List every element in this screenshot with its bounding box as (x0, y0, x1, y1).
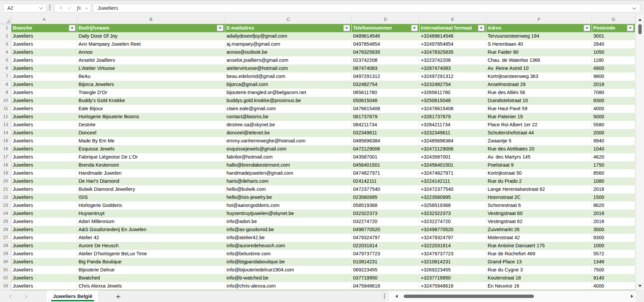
filter-button[interactable] (343, 25, 350, 31)
cell[interactable]: Rue des Atrébates 20 (486, 145, 592, 153)
cell[interactable]: Juweliers (11, 202, 77, 210)
row-number-6[interactable]: 6 (0, 64, 11, 73)
row-number-19[interactable]: 19 (0, 169, 11, 177)
cell[interactable]: Juweliers (11, 177, 77, 185)
scroll-right-icon[interactable] (631, 295, 633, 298)
cell[interactable]: Daily Dose Of Joy (77, 32, 225, 40)
cell[interactable]: 0489614546 (352, 32, 419, 40)
cell[interactable]: Fabrique Liégeoise De L’Or (77, 153, 225, 161)
cell[interactable]: +32479737723 (419, 250, 486, 258)
formula-input[interactable]: Juweliers (93, 4, 640, 12)
cell[interactable]: 7500 (592, 266, 635, 274)
cell[interactable]: Schuttershofstraat 44 (486, 129, 592, 137)
row-number-15[interactable]: 15 (0, 137, 11, 145)
cell[interactable]: 2000 (592, 129, 635, 137)
cell[interactable]: info@as-goudsmid.be (225, 226, 352, 234)
cell[interactable]: 050615048 (352, 97, 419, 105)
cell[interactable]: 0479324797 (352, 234, 419, 242)
cell[interactable]: Atelier D’horlogerie BeLux Time (77, 250, 225, 258)
cell[interactable]: L’Atelier Virtuose (77, 64, 225, 73)
cell[interactable]: Juweliers (11, 193, 77, 202)
cell[interactable]: 9140 (592, 274, 635, 282)
cell[interactable]: +3222031814 (419, 242, 486, 250)
cell[interactable]: 8300 (592, 97, 635, 105)
cell[interactable]: Eale Bijoux (77, 105, 225, 113)
cell[interactable]: Juweliers (11, 185, 77, 193)
filter-button[interactable] (627, 25, 634, 31)
cell[interactable]: 037719950 (352, 274, 419, 282)
row-number-20[interactable]: 20 (0, 177, 11, 185)
cell[interactable]: +3243587001 (419, 153, 486, 161)
name-box-dropdown-icon[interactable] (39, 5, 43, 9)
cell[interactable]: 9800 (592, 73, 635, 81)
cell[interactable]: Atelier 42 (77, 234, 225, 242)
row-number-27[interactable]: 27 (0, 234, 11, 242)
cell[interactable]: hallo@brendakestemont.com (225, 161, 352, 169)
cell[interactable]: handmadejuwelen@gmail.com (225, 169, 352, 177)
row-number-3[interactable]: 3 (0, 40, 11, 48)
cell[interactable]: +3269223455 (419, 266, 486, 274)
cell[interactable]: 022031814 (352, 242, 419, 250)
cell[interactable]: Juweliers (11, 48, 77, 56)
cell[interactable]: +3223560995 (419, 193, 486, 202)
cell[interactable]: Annoo (77, 48, 225, 56)
column-header-cell[interactable]: Branche (11, 24, 77, 32)
cell[interactable]: +3232349611 (419, 129, 486, 137)
cell[interactable]: +32497291312 (419, 73, 486, 81)
cell[interactable]: BeAu (77, 73, 225, 81)
column-header-B[interactable]: B (77, 15, 225, 24)
cell[interactable]: +3232482754 (419, 81, 486, 89)
cell[interactable]: 032322373 (352, 210, 419, 218)
cell[interactable]: Place Roi Albert 1er 22 (486, 121, 592, 129)
cell[interactable]: hello@isis-jewelry.be (225, 193, 352, 202)
row-number-1[interactable]: 1 (0, 24, 11, 32)
cell[interactable]: 0498770520 (352, 226, 419, 234)
cell[interactable]: Juweliers (11, 56, 77, 64)
cell[interactable]: 4620 (592, 153, 635, 161)
cell[interactable]: Juweliers (11, 97, 77, 105)
row-number-12[interactable]: 12 (0, 113, 11, 121)
row-number-31[interactable]: 31 (0, 266, 11, 274)
cell[interactable]: 3001 (592, 32, 635, 40)
column-header-A[interactable]: A (11, 15, 77, 24)
cell[interactable]: donceel@telenet.be (225, 129, 352, 137)
cell[interactable]: info@beluxtime.com (225, 250, 352, 258)
cell[interactable]: +3284211734 (419, 121, 486, 129)
cell[interactable]: destree.sa@skynet.be (225, 121, 352, 129)
column-header-cell[interactable]: Internationaal formaat (419, 24, 486, 32)
cell[interactable]: Juweliers (11, 129, 77, 137)
cell[interactable]: Made By Em Me (77, 137, 225, 145)
cell[interactable]: +3224142111 (419, 177, 486, 185)
cell[interactable]: +32456401501 (419, 161, 486, 169)
row-number-18[interactable]: 18 (0, 161, 11, 169)
column-header-cell[interactable]: Telefoonnummer (352, 24, 419, 32)
row-number-30[interactable]: 30 (0, 258, 11, 266)
cell[interactable]: +32485696384 (419, 137, 486, 145)
cell[interactable]: Juweliers (11, 153, 77, 161)
cell[interactable]: Juweliers (11, 161, 77, 169)
row-number-26[interactable]: 26 (0, 226, 11, 234)
cell[interactable]: 9300 (592, 234, 635, 242)
cell[interactable]: +3223742208 (419, 56, 486, 64)
cell[interactable]: esquissejewels@gmail.com (225, 145, 352, 153)
filter-button[interactable] (478, 25, 485, 31)
cell[interactable]: 023742208 (352, 56, 419, 64)
cell[interactable]: 8560 (592, 169, 635, 177)
cell[interactable]: +32475948618 (419, 282, 486, 290)
cell[interactable]: info@b-watched.be (225, 274, 352, 282)
cell[interactable]: 2018 (592, 81, 635, 89)
cell[interactable]: Grand-Place 13 (486, 258, 592, 266)
filter-button[interactable] (411, 25, 418, 31)
cell[interactable]: +3258519368 (419, 202, 486, 210)
column-header-cell[interactable]: Adres (486, 24, 592, 32)
cell[interactable]: Rue Patenier 19 (486, 113, 592, 121)
cell[interactable]: 8620 (592, 202, 635, 210)
cell[interactable]: Juweliers (11, 137, 77, 145)
cell[interactable]: Duindistelstraat 10 (486, 97, 592, 105)
cell[interactable]: 5572 (592, 250, 635, 258)
cell[interactable]: anselot.joailliers@gmail.com (225, 56, 352, 64)
row-number-22[interactable]: 22 (0, 193, 11, 202)
column-header-E[interactable]: E (419, 15, 486, 24)
cell[interactable]: 010814231 (352, 258, 419, 266)
cell[interactable]: info@adori.be (225, 218, 352, 226)
